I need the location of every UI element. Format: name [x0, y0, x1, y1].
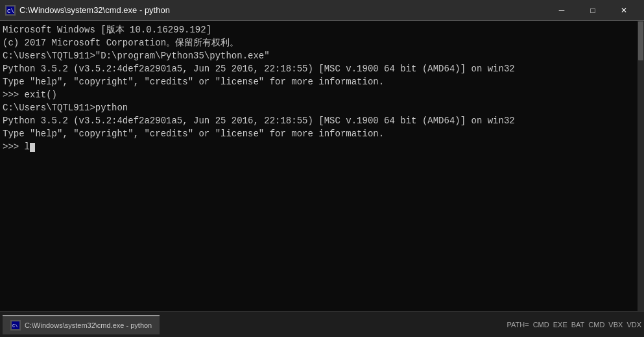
scrollbar[interactable]	[638, 21, 644, 311]
console-area: Microsoft Windows [版本 10.0.16299.192](c)…	[0, 21, 644, 311]
console-line: (c) 2017 Microsoft Corporation。保留所有权利。	[3, 36, 635, 49]
taskbar-vdx-label: VDX	[626, 321, 641, 329]
svg-text:C\: C\	[12, 323, 18, 329]
minimize-button[interactable]: ─	[547, 0, 577, 21]
title-bar: C\ C:\Windows\system32\cmd.exe - python …	[0, 0, 644, 21]
maximize-button[interactable]: □	[578, 0, 608, 21]
taskbar-right: PATH= CMD EXE BAT CMD VBX VDX	[507, 321, 642, 329]
taskbar-vbx-label: VBX	[608, 321, 623, 329]
console-content[interactable]: Microsoft Windows [版本 10.0.16299.192](c)…	[0, 21, 638, 311]
console-line: >>> exit()	[3, 88, 635, 101]
console-line: Python 3.5.2 (v3.5.2:4def2a2901a5, Jun 2…	[3, 114, 635, 127]
taskbar: C\ C:\Windows\system32\cmd.exe - python …	[0, 311, 644, 337]
console-line: C:\Users\TQTL911>python	[3, 101, 635, 114]
console-line: Python 3.5.2 (v3.5.2:4def2a2901a5, Jun 2…	[3, 62, 635, 75]
taskbar-cmd2-label: CMD	[588, 321, 604, 329]
console-line: C:\Users\TQTL911>"D:\program\Python35\py…	[3, 49, 635, 62]
svg-text:C\: C\	[7, 8, 14, 15]
console-line: >>> l	[3, 140, 635, 153]
taskbar-path-label: PATH=	[507, 321, 529, 329]
taskbar-cmd-item[interactable]: C\ C:\Windows\system32\cmd.exe - python	[3, 315, 160, 334]
cmd-icon: C\	[5, 5, 16, 16]
cursor	[30, 143, 35, 152]
console-line: Type "help", "copyright", "credits" or "…	[3, 75, 635, 88]
taskbar-exe-label: EXE	[553, 321, 567, 329]
window-controls: ─ □ ✕	[547, 0, 639, 21]
close-button[interactable]: ✕	[609, 0, 639, 21]
taskbar-bat-label: BAT	[571, 321, 585, 329]
console-line: Microsoft Windows [版本 10.0.16299.192]	[3, 23, 635, 36]
window-title: C:\Windows\system32\cmd.exe - python	[19, 5, 170, 15]
taskbar-cmd-icon: C\	[10, 320, 21, 331]
taskbar-cmd-label: CMD	[533, 321, 549, 329]
taskbar-item-label: C:\Windows\system32\cmd.exe - python	[25, 321, 152, 329]
title-bar-left: C\ C:\Windows\system32\cmd.exe - python	[5, 5, 170, 16]
scrollbar-thumb[interactable]	[638, 21, 643, 60]
console-line: Type "help", "copyright", "credits" or "…	[3, 127, 635, 140]
